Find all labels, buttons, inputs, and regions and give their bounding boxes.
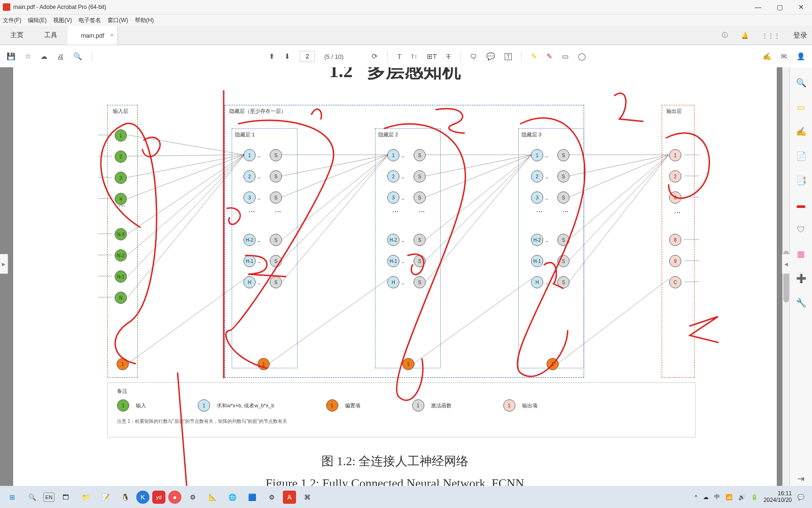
sum-node: H-2 [387, 234, 399, 246]
activation-node: S [557, 170, 570, 183]
erase-circle-icon[interactable]: ◯ [578, 52, 586, 61]
cloud-upload-icon[interactable]: ☁ [40, 52, 47, 61]
star-icon[interactable]: ☆ [25, 52, 31, 61]
matlab-icon[interactable]: 📐 [204, 489, 221, 506]
notepad-icon[interactable]: 📝 [97, 489, 114, 506]
note-icon[interactable]: 🗨 [470, 53, 477, 61]
minimize-button[interactable]: — [747, 0, 769, 14]
textbox-icon[interactable]: 🅃 [505, 53, 512, 61]
copilot-icon[interactable]: 🟦 [243, 489, 260, 506]
mail-icon[interactable]: ✉ [781, 52, 787, 61]
signin-link[interactable]: 登录 [793, 31, 807, 40]
acrobat-icon[interactable]: A [283, 491, 296, 504]
wps-icon[interactable]: ● [168, 491, 181, 504]
comment-panel-icon[interactable]: ▭ [794, 100, 808, 114]
strike-icon[interactable]: T [446, 53, 451, 61]
sum-node: 3 [531, 191, 543, 204]
sign-panel-icon[interactable]: ✍ [794, 125, 808, 139]
menu-help[interactable]: 帮助(H) [135, 16, 154, 24]
start-icon[interactable]: ⊞ [4, 489, 21, 506]
right-panel-toggle[interactable]: ◀ [782, 254, 790, 274]
notifications-icon[interactable]: 💬 [797, 494, 804, 500]
compress-icon[interactable]: ▦ [794, 247, 808, 261]
terminal-icon[interactable]: ⌘ [299, 489, 316, 506]
sum-node: 3 [387, 191, 399, 204]
text-box-icon[interactable]: ⊞T [427, 52, 437, 61]
erase-rect-icon[interactable]: ▭ [562, 52, 569, 61]
menu-file[interactable]: 文件(F) [3, 16, 21, 24]
figure-caption-cn: 图 1.2: 全连接人工神经网络 [13, 453, 777, 469]
legend-box: 备注 1输入1求和w*x+b, 或者w_b*x_b1偏置项1激活函数1输出项 注… [107, 382, 695, 437]
redact-icon[interactable]: ▬ [794, 198, 808, 212]
account-icon[interactable]: 👤 [796, 52, 805, 61]
app-icon[interactable]: K [136, 491, 149, 504]
comment-icon[interactable]: 💬 [486, 52, 495, 61]
node-arrow: → [544, 196, 549, 201]
apps-icon[interactable]: ⋮⋮⋮ [762, 32, 780, 39]
tab-tools[interactable]: 工具 [34, 26, 68, 45]
text-small-icon[interactable]: T↕ [411, 53, 417, 60]
export-pdf-icon[interactable]: 📄 [794, 149, 808, 163]
ellipsis: ⋮ [418, 208, 426, 216]
tab-document[interactable]: main.pdf × [68, 26, 118, 45]
tray-chevron-icon[interactable]: ^ [695, 494, 697, 500]
taskview-icon[interactable]: 🗔 [57, 489, 74, 506]
sum-node: H-1 [387, 255, 399, 267]
taskbar-clock[interactable]: 16:112024/10/20 [764, 491, 792, 503]
menu-esign[interactable]: 电子签名 [78, 16, 101, 24]
zoom-in-icon[interactable]: 🔍 [794, 76, 808, 90]
close-button[interactable]: ✕ [790, 0, 812, 14]
draw-icon[interactable]: ✎ [547, 52, 553, 61]
onedrive-icon[interactable]: ☁ [703, 494, 709, 500]
node-arrow: → [257, 196, 261, 201]
window-title: main.pdf - Adobe Acrobat Pro (64-bit) [13, 4, 106, 10]
print-icon[interactable]: 🖨 [57, 53, 64, 61]
more-tools-icon[interactable]: 🔧 [794, 296, 808, 310]
ime-lang-icon[interactable]: EN [43, 492, 55, 502]
tab-close-icon[interactable]: × [110, 32, 114, 39]
output-node: 8 [669, 234, 681, 246]
sum-node: 1 [531, 149, 543, 161]
maximize-button[interactable]: ▢ [769, 0, 790, 14]
bell-icon[interactable]: 🔔 [741, 32, 749, 39]
tab-home[interactable]: 主页 [0, 26, 34, 45]
qq-icon[interactable]: 🐧 [117, 489, 133, 506]
save-icon[interactable]: 💾 [7, 52, 16, 61]
page-down-icon[interactable]: ⬇ [284, 52, 290, 61]
explorer-icon[interactable]: 📁 [77, 489, 94, 506]
left-panel-toggle[interactable]: ▶ [0, 254, 8, 274]
wifi-icon[interactable]: 📶 [726, 494, 733, 500]
menu-edit[interactable]: 编辑(E) [28, 16, 47, 24]
organize-icon[interactable]: 📑 [794, 174, 808, 188]
text-select-icon[interactable]: T [397, 53, 401, 61]
page-up-icon[interactable]: ⬆ [269, 52, 275, 61]
legend-item: 1求和w*x+b, 或者w_b*x_b [198, 399, 274, 412]
edge-icon[interactable]: 🌐 [224, 489, 241, 506]
battery-icon[interactable]: 🔋 [751, 494, 758, 500]
volume-icon[interactable]: 🔊 [738, 494, 745, 500]
rotate-icon[interactable]: ⟳ [372, 52, 378, 61]
activation-node: S [414, 170, 426, 183]
menu-view[interactable]: 视图(V) [53, 16, 72, 24]
zoom-icon[interactable]: 🔍 [73, 52, 82, 61]
code-icon[interactable]: ⚙ [184, 489, 201, 506]
sign-icon[interactable]: ✍ [763, 52, 772, 61]
settings-icon[interactable]: ⚙ [263, 489, 280, 506]
expand-icon[interactable]: ⇥ [794, 472, 808, 486]
vertical-scrollbar[interactable] [782, 67, 790, 486]
search-icon[interactable]: 🔍 [23, 489, 40, 506]
activation-node: S [557, 255, 570, 267]
sum-node: 2 [531, 170, 543, 183]
menu-window[interactable]: 窗口(W) [108, 16, 128, 24]
youdao-icon[interactable]: yd [152, 491, 165, 504]
ellipsis: ⋮ [392, 208, 399, 216]
highlight-icon[interactable]: ✎ [531, 52, 537, 61]
create-icon[interactable]: ➕ [794, 271, 808, 286]
document-viewport[interactable]: 1.2 多层感知机 输入层 隐藏层（至少存在一层） 隐藏层 1 隐藏层 2 隐藏… [0, 67, 790, 486]
sum-node: H-2 [531, 234, 543, 246]
help-icon[interactable]: ⓘ [722, 31, 728, 40]
protect-icon[interactable]: 🛡 [794, 222, 808, 237]
page-number-input[interactable] [300, 51, 315, 62]
ime-indicator[interactable]: 中 [714, 493, 720, 501]
activation-node: S [270, 255, 282, 267]
